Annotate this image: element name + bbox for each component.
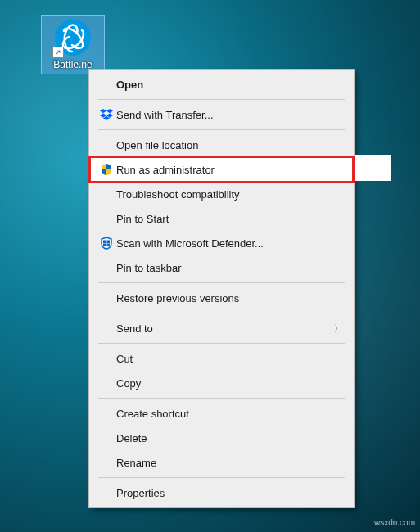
- menu-separator: [98, 282, 345, 283]
- menu-create-shortcut[interactable]: Create shortcut: [90, 401, 353, 426]
- menu-label: Open: [116, 79, 343, 91]
- menu-send-transfer[interactable]: Send with Transfer...: [90, 102, 353, 127]
- menu-separator: [98, 313, 345, 313]
- menu-separator: [98, 99, 345, 100]
- svg-rect-6: [103, 241, 106, 244]
- menu-label: Scan with Microsoft Defender...: [116, 237, 343, 250]
- menu-separator: [98, 398, 345, 399]
- menu-rename[interactable]: Rename: [90, 450, 353, 475]
- menu-properties[interactable]: Properties: [90, 480, 353, 505]
- menu-cut[interactable]: Cut: [90, 346, 353, 371]
- menu-label: Open file location: [116, 139, 343, 151]
- svg-rect-8: [103, 244, 106, 247]
- watermark-text: wsxdn.com: [374, 518, 415, 527]
- svg-rect-7: [107, 241, 111, 244]
- menu-run-admin[interactable]: Run as administrator: [90, 157, 353, 182]
- desktop-shortcut-battlenet[interactable]: ↗ Battle.ne: [41, 15, 105, 74]
- svg-marker-2: [106, 109, 113, 113]
- menu-label: Restore previous versions: [116, 292, 343, 304]
- menu-scan-defender[interactable]: Scan with Microsoft Defender...: [90, 231, 353, 255]
- dropbox-transfer-icon: [97, 109, 116, 120]
- menu-label: Create shortcut: [116, 408, 343, 420]
- menu-label: Pin to taskbar: [116, 262, 343, 274]
- menu-label: Troubleshoot compatibility: [116, 188, 343, 201]
- context-menu: Open Send with Transfer... Open file loc…: [88, 69, 355, 508]
- menu-open[interactable]: Open: [90, 72, 353, 97]
- menu-label: Cut: [116, 353, 343, 365]
- svg-rect-9: [107, 244, 111, 247]
- defender-shield-icon: [97, 237, 116, 250]
- menu-label: Send to: [116, 322, 334, 335]
- menu-copy[interactable]: Copy: [90, 371, 353, 395]
- menu-label: Copy: [116, 377, 343, 390]
- battlenet-icon: ↗: [54, 19, 92, 56]
- menu-separator: [98, 477, 345, 478]
- menu-label: Send with Transfer...: [116, 109, 343, 121]
- menu-label: Delete: [116, 432, 343, 444]
- menu-separator: [98, 343, 345, 344]
- menu-restore[interactable]: Restore previous versions: [90, 286, 353, 310]
- svg-marker-1: [100, 109, 106, 113]
- menu-pin-taskbar[interactable]: Pin to taskbar: [90, 255, 353, 280]
- menu-label: Run as administrator: [116, 164, 343, 176]
- menu-label: Properties: [116, 487, 343, 499]
- shortcut-arrow-icon: ↗: [52, 47, 64, 58]
- highlight-overflow: [355, 155, 391, 181]
- menu-troubleshoot[interactable]: Troubleshoot compatibility: [90, 182, 353, 206]
- chevron-right-icon: 〉: [334, 322, 343, 335]
- menu-label: Pin to Start: [116, 213, 343, 225]
- menu-delete[interactable]: Delete: [90, 426, 353, 450]
- menu-label: Rename: [116, 457, 343, 469]
- menu-pin-start[interactable]: Pin to Start: [90, 206, 353, 231]
- menu-open-location[interactable]: Open file location: [90, 133, 353, 157]
- menu-separator: [98, 129, 345, 130]
- uac-shield-icon: [97, 163, 116, 176]
- menu-send-to[interactable]: Send to 〉: [90, 316, 353, 340]
